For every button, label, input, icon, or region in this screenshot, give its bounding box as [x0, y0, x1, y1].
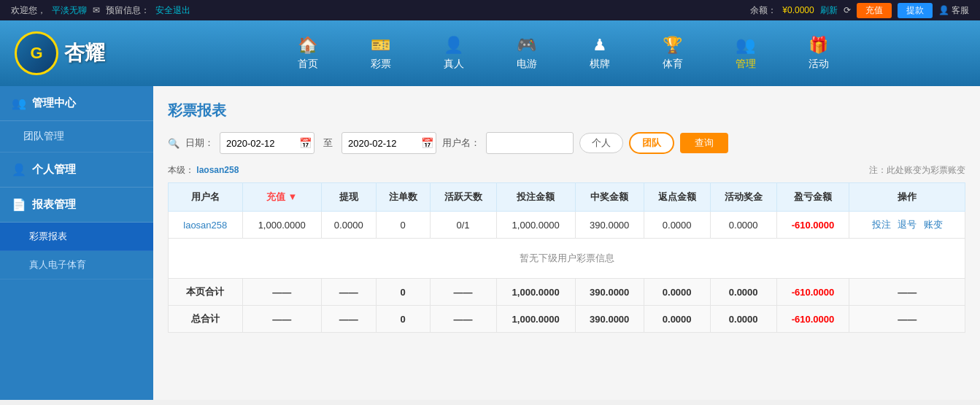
col-header-6: 中奖金额 [575, 183, 644, 212]
nav-item-首页[interactable]: 🏠首页 [282, 36, 333, 71]
summary-cell-1: —— [242, 306, 321, 333]
cell-1: 1,000.0000 [242, 212, 321, 239]
page-title: 彩票报表 [168, 101, 965, 120]
summary-cell-10: —— [849, 279, 965, 306]
query-date-label: 日期： [185, 136, 214, 150]
nav-icon: 🏆 [663, 36, 682, 55]
nav-label: 首页 [298, 58, 318, 71]
table-row: laosan2581,000.00000.000000/11,000.00003… [169, 212, 965, 239]
action-账变[interactable]: 账变 [924, 219, 943, 230]
summary-cell-7: 0.0000 [644, 306, 710, 333]
summary-cell-0: 本页合计 [169, 279, 243, 306]
sidebar-section-title: 管理中心 [32, 96, 76, 110]
main-layout: 👥管理中心团队管理👤个人管理📄报表管理彩票报表真人电子体育 彩票报表 🔍 日期：… [0, 86, 980, 400]
nav-icon: 👤 [444, 36, 463, 55]
col-header-5: 投注金额 [496, 183, 575, 212]
cell-6: 390.0000 [575, 212, 644, 239]
recharge-button[interactable]: 充值 [857, 3, 892, 18]
sidebar-item-真人电子体育[interactable]: 真人电子体育 [0, 251, 153, 279]
nav-item-电游[interactable]: 🎮电游 [501, 36, 552, 71]
summary-cell-4: —— [430, 306, 496, 333]
nav-item-真人[interactable]: 👤真人 [428, 36, 479, 71]
nav-item-活动[interactable]: 🎁活动 [793, 36, 844, 71]
level-user[interactable]: laosan258 [196, 165, 239, 175]
nav-icon: 🎫 [371, 36, 390, 55]
nav-items: 🏠首页🎫彩票👤真人🎮电游♟棋牌🏆体育👥管理🎁活动 [161, 36, 965, 71]
logo-letter: G [30, 44, 42, 63]
refresh-link[interactable]: 刷新 [820, 4, 838, 17]
welcome-text: 欢迎您， [11, 4, 46, 17]
service-label[interactable]: 👤 客服 [938, 4, 969, 17]
summary-cell-6: 390.0000 [575, 279, 644, 306]
personal-button[interactable]: 个人 [579, 133, 623, 153]
logo-text: 杏耀 [64, 39, 105, 67]
level-info: 本级： laosan258 [168, 164, 239, 177]
logo-area: G 杏耀 [15, 31, 161, 75]
nav-item-体育[interactable]: 🏆体育 [647, 36, 698, 71]
search-icon: 🔍 [168, 138, 180, 149]
sidebar-section-报表管理: 📄报表管理 [0, 188, 153, 223]
no-data-text: 暂无下级用户彩票信息 [169, 239, 965, 279]
nav-label: 真人 [444, 58, 464, 71]
summary-cell-6: 390.0000 [575, 306, 644, 333]
username-link[interactable]: 平淡无聊 [52, 4, 87, 17]
col-header-3: 注单数 [376, 183, 430, 212]
sidebar-section-icon: 👤 [12, 163, 26, 177]
level-prefix: 本级： [168, 165, 194, 175]
summary-cell-0: 总合计 [169, 306, 243, 333]
action-退号[interactable]: 退号 [898, 219, 917, 230]
cell-8: 0.0000 [710, 212, 776, 239]
sidebar: 👥管理中心团队管理👤个人管理📄报表管理彩票报表真人电子体育 [0, 86, 153, 400]
sidebar-section-个人管理: 👤个人管理 [0, 153, 153, 188]
summary-cell-3: 0 [376, 306, 430, 333]
cal-start-button[interactable]: 📅 [299, 137, 312, 149]
summary-cell-5: 1,000.0000 [496, 279, 575, 306]
query-button[interactable]: 查询 [680, 133, 728, 153]
summary-cell-1: —— [242, 279, 321, 306]
date-start-wrapper: 📅 [220, 132, 315, 154]
sidebar-section-icon: 👥 [12, 96, 26, 110]
logout-link[interactable]: 安全退出 [155, 4, 190, 17]
nav-label: 彩票 [371, 58, 391, 71]
summary-cell-2: —— [321, 306, 376, 333]
nav-icon: 🎮 [517, 36, 536, 55]
content-area: 彩票报表 🔍 日期： 📅 至 📅 用户名： 个人 团队 查询 本级： l [153, 86, 980, 400]
action-投注[interactable]: 投注 [872, 219, 891, 230]
sidebar-item-团队管理[interactable]: 团队管理 [0, 121, 153, 153]
summary-cell-3: 0 [376, 279, 430, 306]
nav-label: 管理 [736, 58, 756, 71]
col-header-1[interactable]: 充值 ▼ [242, 183, 321, 212]
sidebar-section-icon: 📄 [12, 198, 26, 212]
cell-5: 1,000.0000 [496, 212, 575, 239]
col-header-8: 活动奖金 [710, 183, 776, 212]
col-header-0: 用户名 [169, 183, 243, 212]
cell-7: 0.0000 [644, 212, 710, 239]
mail-icon[interactable]: ✉ [93, 5, 100, 15]
username-input[interactable] [486, 132, 574, 154]
col-header-10: 操作 [849, 183, 965, 212]
info-row: 本级： laosan258 注：此处账变为彩票账变 [168, 164, 965, 177]
nav-label: 棋牌 [590, 58, 610, 71]
team-button[interactable]: 团队 [629, 132, 674, 154]
cell-0[interactable]: laosan258 [169, 212, 243, 239]
cal-end-button[interactable]: 📅 [421, 137, 433, 149]
nav-item-管理[interactable]: 👥管理 [720, 36, 771, 71]
nav-icon: 🏠 [298, 36, 317, 55]
sidebar-item-彩票报表[interactable]: 彩票报表 [0, 223, 153, 251]
summary-row: 总合计————0——1,000.0000390.00000.00000.0000… [169, 306, 965, 333]
sidebar-section-title: 报表管理 [32, 198, 76, 212]
cell-4: 0/1 [430, 212, 496, 239]
query-row: 🔍 日期： 📅 至 📅 用户名： 个人 团队 查询 [168, 132, 965, 154]
withdraw-button[interactable]: 提款 [898, 3, 933, 18]
nav-label: 体育 [663, 58, 683, 71]
summary-cell-7: 0.0000 [644, 279, 710, 306]
cell-10[interactable]: 投注 退号 账变 [849, 212, 965, 239]
nav-item-彩票[interactable]: 🎫彩票 [355, 36, 406, 71]
refresh-icon[interactable]: ⟳ [844, 5, 851, 15]
balance-value: ¥0.0000 [782, 5, 814, 15]
date-separator: 至 [323, 136, 333, 150]
nav-item-棋牌[interactable]: ♟棋牌 [574, 36, 625, 71]
summary-cell-5: 1,000.0000 [496, 306, 575, 333]
sidebar-section-管理中心: 👥管理中心 [0, 86, 153, 121]
top-bar-left: 欢迎您， 平淡无聊 ✉ 预留信息： 安全退出 [11, 4, 190, 17]
